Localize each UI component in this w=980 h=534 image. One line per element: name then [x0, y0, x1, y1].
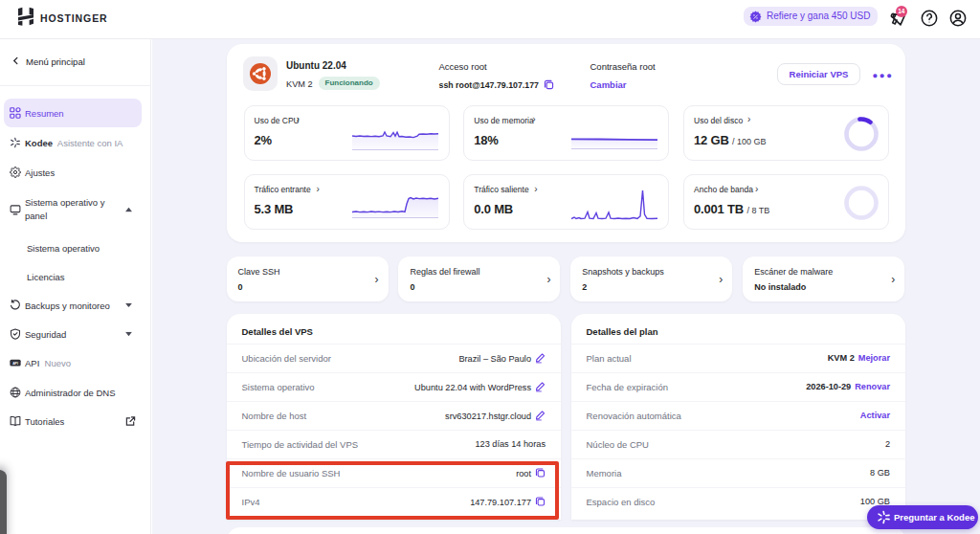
svg-text:API: API: [12, 362, 18, 366]
